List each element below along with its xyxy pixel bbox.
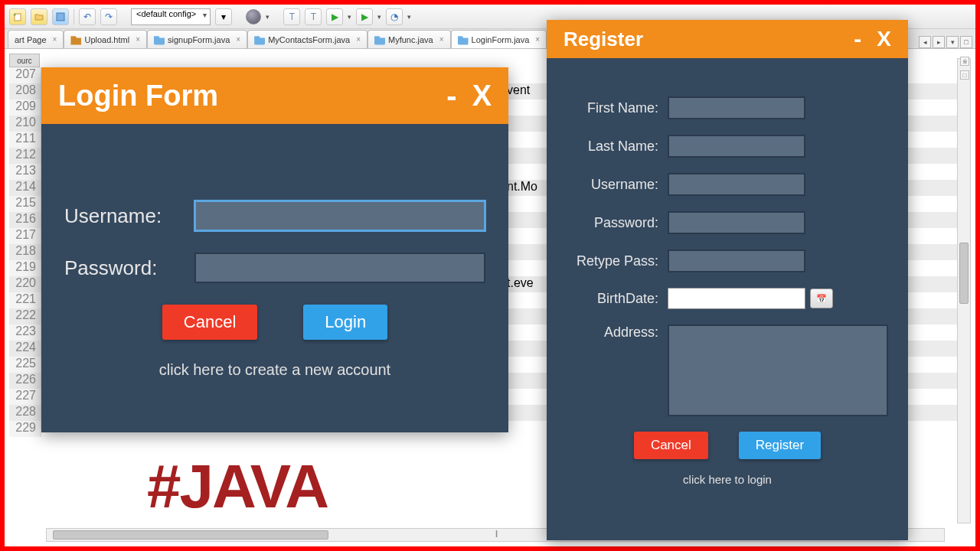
scrollbar-thumb[interactable] (53, 530, 328, 540)
line-number: 211 (9, 132, 41, 148)
undo-button[interactable]: ↶ (79, 8, 96, 25)
first-name-input[interactable] (668, 96, 805, 119)
close-button[interactable]: X (877, 27, 891, 51)
close-icon[interactable]: × (136, 35, 140, 44)
register-body: First Name: Last Name: Username: Passwor… (547, 58, 908, 486)
close-button[interactable]: X (472, 80, 492, 112)
register-title-bar[interactable]: Register - X (547, 20, 908, 58)
tab-signupform[interactable]: signupForm.java× (147, 30, 247, 48)
login-link[interactable]: click here to login (562, 473, 893, 486)
tab-start-page[interactable]: art Page× (8, 30, 64, 48)
first-name-label: First Name: (562, 100, 668, 116)
scrollbar-thumb[interactable] (959, 243, 969, 304)
line-number: 215 (9, 196, 41, 212)
error-stripe-button[interactable]: ※ (960, 57, 969, 66)
profile-button[interactable]: ◔ (386, 8, 403, 25)
new-file-button[interactable]: + (9, 8, 26, 25)
line-number: 218 (9, 244, 41, 260)
run-button[interactable]: ▶ (326, 8, 343, 25)
tab-label: LoginForm.java (472, 35, 530, 44)
login-title: Login Form (58, 80, 218, 112)
close-icon[interactable]: × (535, 35, 540, 44)
red-frame: + ↶ ↷ <default config> ▾ ▾ T T ▶ ▾ ▶ ▾ ◔… (0, 0, 980, 551)
build-button[interactable]: T (283, 8, 300, 25)
line-number: 221 (9, 292, 41, 308)
tab-scroll-right-button[interactable]: ▸ (933, 36, 945, 48)
line-number: 227 (9, 389, 41, 405)
config-dropdown-button[interactable]: ▾ (215, 8, 232, 25)
chevron-down-icon[interactable]: ▾ (348, 13, 351, 21)
clean-build-button[interactable]: T (305, 8, 322, 25)
chevron-down-icon: ▾ (221, 11, 226, 22)
debug-button[interactable]: ▶ (356, 8, 373, 25)
address-textarea[interactable] (668, 324, 888, 416)
reg-cancel-button[interactable]: Cancel (634, 432, 708, 459)
username-label: Username: (64, 204, 194, 228)
last-name-input[interactable] (668, 135, 805, 158)
line-number: 224 (9, 341, 41, 357)
line-number: 219 (9, 260, 41, 276)
line-number: 229 (9, 421, 41, 437)
tab-list-button[interactable]: ▾ (946, 36, 959, 48)
tab-loginform[interactable]: LoginForm.java× (451, 30, 547, 48)
broom-icon: T (311, 11, 316, 22)
minimize-button[interactable]: - (446, 90, 456, 102)
password-label: Password: (562, 215, 668, 231)
config-combo[interactable]: <default config> (131, 8, 211, 25)
last-name-label: Last Name: (562, 139, 668, 155)
minimize-button[interactable]: - (854, 34, 861, 44)
browser-globe-button[interactable] (246, 9, 261, 24)
java-file-icon (458, 34, 469, 45)
redo-button[interactable]: ↷ (100, 8, 117, 25)
close-icon[interactable]: × (356, 35, 361, 44)
html-file-icon (70, 34, 81, 45)
username-input[interactable] (194, 201, 485, 231)
vertical-scrollbar[interactable] (957, 58, 971, 523)
login-title-bar[interactable]: Login Form - X (41, 67, 508, 124)
new-file-icon: + (13, 12, 22, 21)
reg-password-input[interactable] (668, 211, 805, 234)
close-icon[interactable]: × (53, 35, 57, 44)
undo-icon: ↶ (83, 11, 91, 22)
create-account-link[interactable]: click here to create a new account (64, 361, 485, 379)
close-icon[interactable]: × (439, 35, 444, 44)
calendar-icon: 📅 (816, 294, 827, 304)
tab-label: MyContactsForm.java (268, 35, 350, 44)
login-button[interactable]: Login (303, 305, 387, 340)
register-button[interactable]: Register (739, 432, 821, 459)
marker-button[interactable]: □ (960, 70, 969, 80)
reg-username-input[interactable] (668, 173, 805, 196)
profile-icon: ◔ (390, 11, 398, 22)
source-view-tab[interactable]: ourc (9, 54, 40, 67)
folder-icon (34, 12, 44, 21)
maximize-editor-button[interactable]: □ (960, 36, 972, 48)
cancel-button[interactable]: Cancel (162, 305, 257, 340)
birthdate-input[interactable] (668, 288, 805, 309)
username-label: Username: (562, 177, 668, 193)
chevron-down-icon[interactable]: ▾ (407, 13, 411, 21)
save-icon (56, 12, 65, 21)
save-all-button[interactable] (52, 8, 69, 25)
tab-label: art Page (15, 35, 47, 44)
password-label: Password: (64, 256, 194, 280)
open-button[interactable] (31, 8, 47, 25)
chevron-down-icon[interactable]: ▾ (266, 13, 270, 21)
separator (74, 9, 74, 24)
retype-password-input[interactable] (668, 249, 805, 272)
line-number: 207 (9, 67, 41, 83)
tab-mycontactsform[interactable]: MyContactsForm.java× (247, 30, 368, 48)
line-number: 214 (9, 180, 41, 196)
tab-scroll-left-button[interactable]: ◂ (919, 36, 931, 48)
svg-text:+: + (13, 12, 17, 18)
date-picker-button[interactable]: 📅 (810, 289, 833, 308)
line-number: 217 (9, 228, 41, 244)
chevron-down-icon[interactable]: ▾ (377, 13, 381, 21)
line-number: 222 (9, 308, 41, 324)
login-dialog: Login Form - X Username: Password: Cance… (41, 67, 508, 432)
close-icon[interactable]: × (236, 35, 240, 44)
register-title: Register (564, 28, 643, 51)
tab-upload-html[interactable]: Upload.html× (64, 30, 147, 48)
password-input[interactable] (194, 253, 485, 283)
line-number: 225 (9, 357, 41, 373)
tab-myfunc[interactable]: Myfunc.java× (368, 30, 451, 48)
